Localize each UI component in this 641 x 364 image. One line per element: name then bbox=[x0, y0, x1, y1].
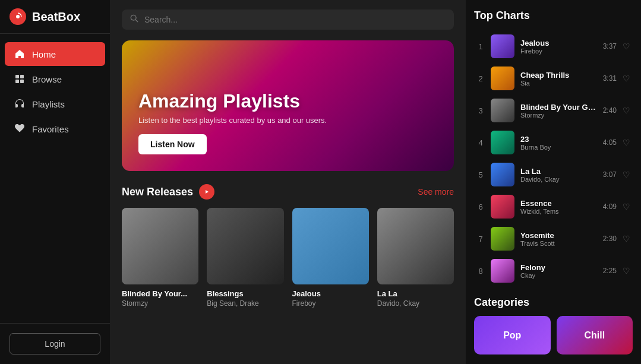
right-panel: Top Charts 1 Jealous Fireboy 3:37 ♡ 2 Ch… bbox=[466, 0, 641, 364]
listen-now-button[interactable]: Listen Now bbox=[138, 134, 207, 154]
svg-rect-2 bbox=[20, 75, 24, 78]
chart-item-2[interactable]: 3 Blinded By Your Grace, Pt. 1 Stormzy 2… bbox=[474, 94, 633, 126]
chart-song-3: 23 bbox=[520, 135, 597, 144]
app-title: BeatBox bbox=[32, 10, 80, 24]
chart-thumb-0 bbox=[491, 34, 514, 58]
chart-rank-1: 2 bbox=[476, 74, 485, 83]
chart-duration-6: 2:30 bbox=[603, 235, 617, 243]
chart-item-5[interactable]: 6 Essence Wizkid, Tems 4:09 ♡ bbox=[474, 191, 633, 223]
svg-point-5 bbox=[131, 15, 136, 20]
hero-content: Amazing Playlists Listen to the best pla… bbox=[138, 90, 327, 154]
headphones-icon bbox=[14, 99, 25, 109]
chart-artist-6: Travis Scott bbox=[520, 240, 597, 247]
chart-duration-1: 3:31 bbox=[603, 74, 617, 83]
chart-rank-7: 8 bbox=[476, 267, 485, 276]
svg-rect-1 bbox=[15, 75, 19, 78]
categories-title: Categories bbox=[474, 296, 633, 309]
chart-artist-5: Wizkid, Tems bbox=[520, 208, 597, 215]
chart-info-3: 23 Burna Boy bbox=[520, 135, 597, 151]
see-more-link[interactable]: See more bbox=[418, 187, 454, 197]
play-all-button[interactable] bbox=[199, 184, 214, 200]
chart-like-4[interactable]: ♡ bbox=[623, 170, 630, 179]
chart-song-5: Essence bbox=[520, 199, 597, 208]
chart-duration-4: 3:07 bbox=[603, 170, 617, 179]
album-card-1[interactable]: Blessings Big Sean, Drake bbox=[207, 208, 283, 308]
browse-icon bbox=[14, 74, 25, 84]
chart-song-4: La La bbox=[520, 167, 597, 176]
chart-song-7: Felony bbox=[520, 263, 597, 272]
nav-items: Home Browse Playlists bbox=[0, 34, 110, 323]
chart-rank-6: 7 bbox=[476, 235, 485, 243]
album-art-0 bbox=[122, 208, 198, 284]
sidebar-home-label: Home bbox=[32, 49, 56, 59]
chart-info-6: Yosemite Travis Scott bbox=[520, 231, 597, 247]
heart-icon bbox=[14, 124, 25, 134]
login-button[interactable]: Login bbox=[10, 333, 100, 354]
sidebar-item-home[interactable]: Home bbox=[5, 42, 105, 66]
album-name-3: La La bbox=[377, 289, 454, 298]
chart-artist-2: Stormzy bbox=[520, 112, 597, 119]
chart-item-0[interactable]: 1 Jealous Fireboy 3:37 ♡ bbox=[474, 30, 633, 62]
chart-song-2: Blinded By Your Grace, Pt. 1 bbox=[520, 103, 597, 112]
chart-info-1: Cheap Thrills Sia bbox=[520, 71, 597, 87]
album-card-0[interactable]: Blinded By Your... Stormzy bbox=[122, 208, 198, 308]
chart-thumb-5 bbox=[491, 195, 514, 219]
sidebar-item-browse[interactable]: Browse bbox=[5, 67, 105, 91]
chart-thumb-7 bbox=[491, 259, 514, 283]
album-art-2 bbox=[292, 208, 369, 284]
svg-point-0 bbox=[16, 15, 20, 18]
category-pop[interactable]: Pop bbox=[474, 316, 551, 354]
album-name-0: Blinded By Your... bbox=[122, 289, 198, 298]
login-area: Login bbox=[0, 323, 110, 364]
chart-like-6[interactable]: ♡ bbox=[623, 234, 630, 243]
sidebar-item-playlists[interactable]: Playlists bbox=[5, 92, 105, 116]
chart-like-2[interactable]: ♡ bbox=[623, 106, 630, 115]
top-charts-title: Top Charts bbox=[474, 10, 633, 22]
logo-area: BeatBox bbox=[0, 0, 110, 34]
chart-item-4[interactable]: 5 La La Davido, Ckay 3:07 ♡ bbox=[474, 159, 633, 191]
chart-duration-0: 3:37 bbox=[603, 42, 617, 50]
albums-row: Blinded By Your... Stormzy Blessings Big… bbox=[122, 208, 454, 308]
chart-like-0[interactable]: ♡ bbox=[623, 42, 630, 51]
chart-song-6: Yosemite bbox=[520, 231, 597, 240]
hero-banner: Amazing Playlists Listen to the best pla… bbox=[122, 40, 454, 171]
logo-icon bbox=[10, 8, 26, 25]
album-card-2[interactable]: Jealous Fireboy bbox=[292, 208, 369, 308]
chart-item-7[interactable]: 8 Felony Ckay 2:25 ♡ bbox=[474, 255, 633, 287]
chart-like-1[interactable]: ♡ bbox=[623, 74, 630, 83]
sidebar-playlists-label: Playlists bbox=[32, 99, 65, 109]
new-releases-title-area: New Releases bbox=[122, 184, 214, 200]
chart-like-5[interactable]: ♡ bbox=[623, 202, 630, 211]
sidebar-item-favorites[interactable]: Favorites bbox=[5, 117, 105, 141]
chart-item-6[interactable]: 7 Yosemite Travis Scott 2:30 ♡ bbox=[474, 223, 633, 255]
chart-song-1: Cheap Thrills bbox=[520, 71, 597, 80]
chart-info-7: Felony Ckay bbox=[520, 263, 597, 279]
chart-item-3[interactable]: 4 23 Burna Boy 4:05 ♡ bbox=[474, 126, 633, 159]
hero-title: Amazing Playlists bbox=[138, 90, 327, 112]
chart-artist-1: Sia bbox=[520, 80, 597, 87]
search-bar bbox=[122, 10, 454, 30]
svg-rect-3 bbox=[15, 80, 19, 83]
chart-item-1[interactable]: 2 Cheap Thrills Sia 3:31 ♡ bbox=[474, 62, 633, 94]
chart-artist-0: Fireboy bbox=[520, 48, 597, 55]
album-art-img-1 bbox=[207, 208, 283, 284]
chart-artist-4: Davido, Ckay bbox=[520, 176, 597, 183]
chart-like-3[interactable]: ♡ bbox=[623, 138, 630, 147]
album-card-3[interactable]: La La Davido, Ckay bbox=[377, 208, 454, 308]
main-content: Amazing Playlists Listen to the best pla… bbox=[110, 0, 466, 364]
chart-artist-3: Burna Boy bbox=[520, 144, 597, 151]
chart-rank-3: 4 bbox=[476, 138, 485, 147]
album-name-1: Blessings bbox=[207, 289, 283, 298]
album-art-img-2 bbox=[292, 208, 369, 284]
category-chill[interactable]: Chill bbox=[557, 316, 633, 354]
search-input[interactable] bbox=[144, 15, 446, 24]
chart-rank-2: 3 bbox=[476, 106, 485, 115]
chart-rank-4: 5 bbox=[476, 170, 485, 179]
chart-thumb-4 bbox=[491, 163, 514, 186]
svg-line-6 bbox=[135, 20, 138, 22]
album-artist-0: Stormzy bbox=[122, 299, 198, 308]
svg-marker-7 bbox=[206, 190, 209, 194]
chart-info-0: Jealous Fireboy bbox=[520, 39, 597, 55]
album-art-img-0 bbox=[122, 208, 198, 284]
chart-like-7[interactable]: ♡ bbox=[623, 266, 630, 276]
